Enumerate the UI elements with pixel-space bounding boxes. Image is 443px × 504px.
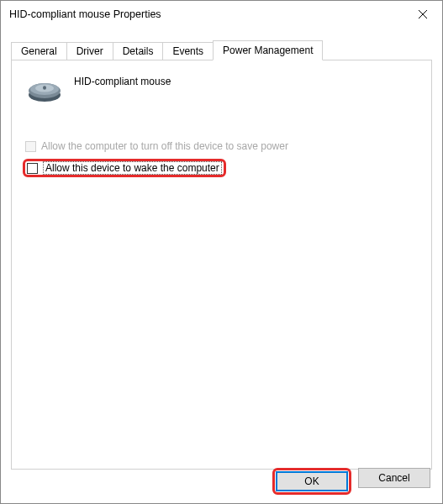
title-bar: HID-compliant mouse Properties bbox=[1, 1, 442, 28]
checkbox-turn-off bbox=[25, 141, 36, 152]
highlight-wake-option: Allow this device to wake the computer bbox=[23, 159, 226, 177]
content-area: General Driver Details Events Power Mana… bbox=[1, 28, 442, 470]
tab-power-management[interactable]: Power Management bbox=[213, 40, 323, 60]
tab-events[interactable]: Events bbox=[162, 42, 214, 60]
tab-panel: HID-compliant mouse Allow the computer t… bbox=[11, 60, 432, 470]
tab-row: General Driver Details Events Power Mana… bbox=[11, 41, 432, 60]
highlight-ok-button: OK bbox=[272, 468, 351, 495]
cancel-button[interactable]: Cancel bbox=[358, 468, 430, 488]
option-wake-row: Allow this device to wake the computer bbox=[24, 158, 419, 178]
window-title: HID-compliant mouse Properties bbox=[9, 8, 161, 20]
button-bar: OK Cancel bbox=[272, 468, 430, 495]
ok-button[interactable]: OK bbox=[276, 471, 348, 491]
label-wake: Allow this device to wake the computer bbox=[43, 161, 222, 175]
tab-driver[interactable]: Driver bbox=[66, 42, 113, 60]
close-icon bbox=[419, 10, 427, 18]
checkbox-wake[interactable] bbox=[27, 163, 38, 174]
tab-details[interactable]: Details bbox=[113, 42, 164, 60]
device-name: HID-compliant mouse bbox=[74, 76, 171, 87]
device-header: HID-compliant mouse bbox=[24, 76, 419, 102]
label-turn-off: Allow the computer to turn off this devi… bbox=[41, 140, 288, 152]
mouse-icon bbox=[27, 79, 62, 102]
tab-general[interactable]: General bbox=[11, 42, 67, 60]
option-turn-off-row: Allow the computer to turn off this devi… bbox=[24, 139, 419, 153]
close-button[interactable] bbox=[403, 1, 442, 28]
svg-point-6 bbox=[43, 86, 46, 89]
